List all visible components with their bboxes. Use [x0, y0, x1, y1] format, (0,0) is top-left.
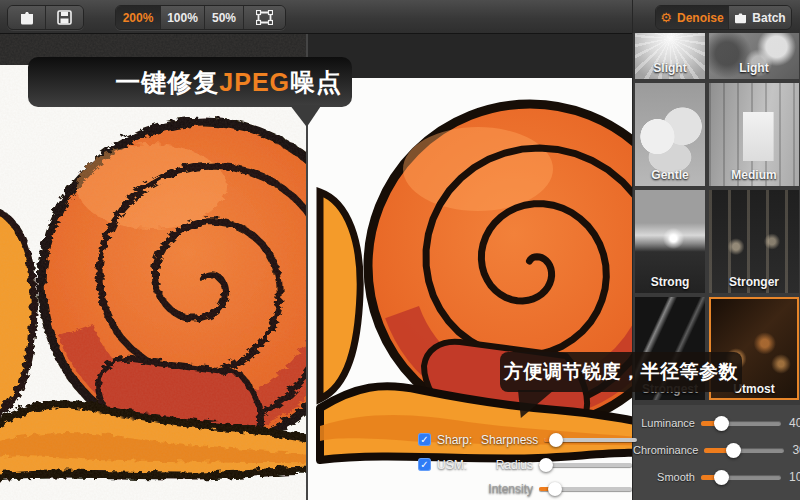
sidebar: ⚙ Denoise Batch Slight Light Gentle Medi… [632, 0, 800, 500]
open-file-icon [19, 10, 35, 25]
chrominance-label: Chrominance [633, 444, 698, 456]
tooltip-adjust-text: 方便调节锐度，半径等参数 [504, 359, 738, 385]
smooth-value: 10 [789, 470, 800, 484]
smooth-slider-knob[interactable] [714, 470, 729, 485]
smooth-row: Smooth 10 [633, 469, 800, 485]
chrominance-row: Chrominance 30 [633, 442, 800, 458]
sidebar-tabbar: ⚙ Denoise Batch [633, 0, 800, 34]
zoom-100-button[interactable]: 100% [161, 6, 205, 29]
luminance-slider-knob[interactable] [714, 416, 729, 431]
preset-strong-label: Strong [635, 275, 705, 289]
open-file-button[interactable] [8, 6, 46, 29]
radius-slider-knob[interactable] [539, 458, 553, 472]
sharpness-slider[interactable] [544, 438, 637, 442]
preset-stronger[interactable]: Stronger [709, 190, 799, 293]
zoom-button-group: 200% 100% 50% [115, 5, 286, 30]
usm-checkbox-label: USM: [437, 458, 475, 472]
preset-gentle[interactable]: Gentle [635, 83, 705, 186]
chrominance-slider[interactable] [704, 448, 784, 453]
tooltip-adjust-params: 方便调节锐度，半径等参数 [500, 352, 742, 392]
zoom-200-button[interactable]: 200% [116, 6, 161, 29]
zoom-50-button[interactable]: 50% [205, 6, 244, 29]
radius-label: Radius [481, 458, 533, 472]
sharpness-slider-knob[interactable] [549, 433, 563, 447]
preset-stronger-label: Stronger [709, 275, 799, 289]
chrominance-value: 30 [792, 443, 800, 457]
preset-light[interactable]: Light [709, 33, 799, 79]
sharp-checkbox-label: Sharp: [437, 433, 475, 447]
intensity-label: Intensity [481, 482, 533, 496]
file-button-group [7, 5, 84, 30]
chrominance-slider-knob[interactable] [726, 443, 741, 458]
usm-checkbox[interactable]: ✓ [418, 458, 431, 471]
preset-slight-label: Slight [635, 61, 705, 75]
save-button[interactable] [46, 6, 83, 29]
save-icon [57, 10, 72, 25]
luminance-value: 40 [789, 416, 800, 430]
intensity-slider[interactable] [539, 487, 632, 491]
tab-denoise-label: Denoise [677, 11, 724, 25]
fit-to-screen-button[interactable] [244, 6, 285, 29]
sharp-row: ✓ Sharp: Sharpness [418, 432, 632, 447]
preset-medium-label: Medium [709, 168, 799, 182]
sharpness-label: Sharpness [481, 433, 538, 447]
gear-icon: ⚙ [660, 11, 672, 24]
luminance-row: Luminance 40 [633, 415, 800, 431]
batch-folder-icon [734, 12, 747, 24]
fit-to-screen-icon [256, 10, 273, 25]
preset-medium[interactable]: Medium [709, 83, 799, 186]
tooltip-repair-text: 一键修复JPEG噪点 [115, 66, 342, 99]
usm-row: ✓ USM: Radius [418, 457, 632, 472]
tab-batch-label: Batch [752, 11, 785, 25]
sharp-checkbox[interactable]: ✓ [418, 433, 431, 446]
luminance-slider[interactable] [701, 421, 781, 426]
smooth-slider[interactable] [701, 475, 781, 480]
preset-light-label: Light [709, 61, 799, 75]
preset-strong[interactable]: Strong [635, 190, 705, 293]
intensity-slider-knob[interactable] [548, 482, 562, 496]
app-window: { "toolbar": { "zoom_levels": [ {"label"… [0, 0, 800, 500]
intensity-row: Intensity [418, 481, 632, 496]
smooth-label: Smooth [633, 471, 695, 483]
tab-batch[interactable]: Batch [728, 6, 791, 29]
mode-tabs: ⚙ Denoise Batch [655, 5, 792, 30]
luminance-label: Luminance [633, 417, 695, 429]
preset-list: Slight Light Gentle Medium Strong Strong… [633, 33, 800, 405]
preset-slight[interactable]: Slight [635, 33, 705, 79]
radius-slider[interactable] [539, 463, 632, 467]
preset-gentle-label: Gentle [635, 168, 705, 182]
tab-denoise[interactable]: ⚙ Denoise [656, 6, 728, 29]
tooltip-repair-jpeg: 一键修复JPEG噪点 [28, 57, 352, 107]
